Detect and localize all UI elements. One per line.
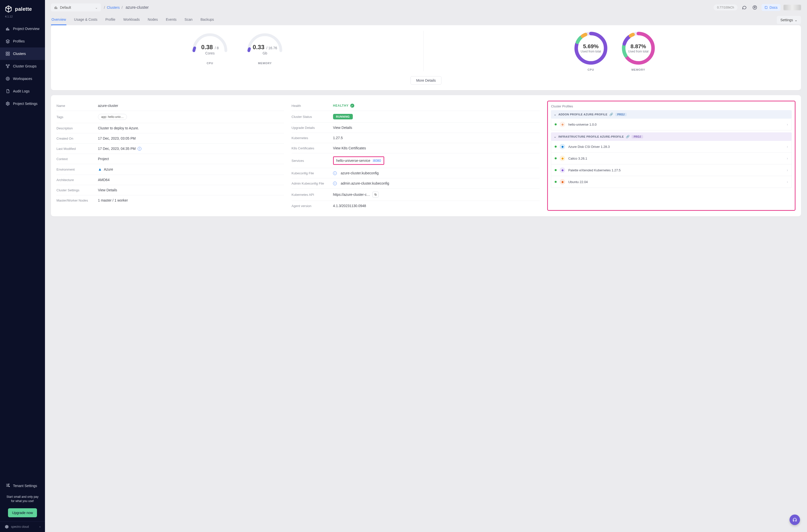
svg-rect-18 bbox=[57, 8, 57, 9]
svg-rect-1 bbox=[7, 28, 8, 30]
scope-selector[interactable]: Default ⌄ bbox=[51, 3, 101, 12]
docs-button[interactable]: Docs bbox=[762, 4, 781, 11]
sidebar-item-profiles[interactable]: Profiles bbox=[0, 35, 45, 48]
pack-icon: ◆ bbox=[560, 144, 565, 149]
sidebar-item-audit-logs[interactable]: Audit Logs bbox=[0, 85, 45, 97]
headset-icon bbox=[792, 517, 797, 522]
sidebar-item-label: Clusters bbox=[13, 52, 26, 56]
settings-label: Settings bbox=[780, 18, 793, 22]
agent-version-value: 4.1.3/20231130.0948 bbox=[333, 204, 540, 208]
sidebar-item-label: Project Settings bbox=[13, 102, 37, 106]
tag-chip[interactable]: app: hello-univ… bbox=[98, 114, 127, 120]
details-middle-column: HealthHEALTHY✓ Cluster StatusRUNNING Upg… bbox=[292, 101, 540, 211]
chevron-right-icon: › bbox=[787, 156, 788, 160]
sidebar-item-project-settings[interactable]: Project Settings bbox=[0, 97, 45, 110]
cluster-settings-link[interactable]: View Details bbox=[98, 188, 284, 192]
pack-item[interactable]: ◆Calico 3.26.1› bbox=[551, 152, 791, 164]
cpu-used-pct: 5.69% bbox=[583, 43, 599, 50]
pack-item[interactable]: ◆Palette eXtended Kubernetes 1.27.5› bbox=[551, 164, 791, 176]
tab-scan[interactable]: Scan bbox=[184, 15, 193, 25]
svg-rect-2 bbox=[8, 29, 9, 31]
tab-nodes[interactable]: Nodes bbox=[147, 15, 158, 25]
nodes-icon bbox=[5, 64, 10, 69]
memory-donut: 8.87% Used from total MEMORY bbox=[621, 31, 656, 71]
infra-profile-header[interactable]: ⌄ INFRASTRUCTURE PROFILE AZURE-PROFILE 🔗… bbox=[551, 132, 792, 141]
modified-value: 17 Dec, 2023, 04:35 PM bbox=[98, 147, 136, 151]
spectro-footer[interactable]: spectro cloud ‹ bbox=[0, 521, 45, 532]
chevron-down-icon: ⌄ bbox=[794, 18, 797, 22]
chat-icon[interactable] bbox=[740, 4, 748, 11]
metrics-card: 0.38 / 8 Cores CPU bbox=[51, 25, 801, 90]
tab-overview[interactable]: Overview bbox=[51, 15, 67, 25]
tenant-settings[interactable]: Tenant Settings bbox=[0, 479, 45, 492]
compass-icon[interactable] bbox=[751, 4, 758, 11]
breadcrumb-clusters[interactable]: Clusters bbox=[107, 5, 120, 10]
admin-kubeconfig-link[interactable]: admin.azure-cluster.kubeconfig bbox=[341, 181, 540, 185]
tab-profile[interactable]: Profile bbox=[105, 15, 116, 25]
info-icon[interactable]: i bbox=[138, 147, 142, 151]
brand-logo[interactable]: palette bbox=[0, 4, 45, 14]
infra-header-label: INFRASTRUCTURE PROFILE AZURE-PROFILE bbox=[558, 135, 624, 138]
sidebar-item-label: Workspaces bbox=[13, 77, 32, 81]
info-icon[interactable]: i bbox=[333, 171, 337, 175]
svg-rect-3 bbox=[6, 52, 7, 53]
tab-usage-costs[interactable]: Usage & Costs bbox=[73, 15, 98, 25]
pack-item[interactable]: ◆Azure Disk CSI Driver 1.28.3› bbox=[551, 141, 791, 152]
pack-item[interactable]: ◆hello-universe 1.0.0› bbox=[551, 119, 791, 130]
mem-used-caption: MEMORY bbox=[621, 68, 656, 71]
kubeconfig-link[interactable]: azure-cluster.kubeconfig bbox=[341, 171, 540, 175]
more-details-button[interactable]: More Details bbox=[411, 76, 442, 85]
sidebar-item-cluster-groups[interactable]: Cluster Groups bbox=[0, 60, 45, 72]
addon-pack-list: ◆hello-universe 1.0.0› bbox=[551, 119, 792, 130]
tenant-settings-label: Tenant Settings bbox=[13, 484, 37, 488]
pack-icon: ◆ bbox=[560, 167, 565, 173]
svg-point-10 bbox=[6, 77, 10, 80]
layers-icon bbox=[5, 39, 10, 43]
upgrade-button[interactable]: Upgrade now bbox=[8, 508, 37, 517]
grid-icon bbox=[5, 52, 10, 56]
pack-icon: ◆ bbox=[560, 156, 565, 161]
sidebar-item-workspaces[interactable]: Workspaces bbox=[0, 72, 45, 85]
api-value: https://azure-cluster-cf42… bbox=[333, 193, 371, 196]
details-left-column: Nameazure-cluster Tagsapp: hello-univ… D… bbox=[56, 101, 284, 211]
sidebar-item-label: Project Overview bbox=[13, 27, 39, 31]
bars-icon bbox=[54, 5, 58, 10]
cluster-name-value: azure-cluster bbox=[98, 104, 284, 108]
sidebar-item-label: Profiles bbox=[13, 39, 25, 43]
svg-point-11 bbox=[7, 78, 8, 79]
service-port-link[interactable]: :8080 bbox=[372, 158, 381, 163]
sidebar-item-project-overview[interactable]: Project Overview bbox=[0, 22, 45, 35]
health-badge: HEALTHY✓ bbox=[333, 104, 354, 108]
svg-rect-5 bbox=[6, 54, 7, 55]
spectro-label: spectro cloud bbox=[11, 525, 29, 529]
profiles-title: Cluster Profiles bbox=[551, 104, 792, 108]
svg-point-9 bbox=[7, 67, 8, 68]
info-icon[interactable]: i bbox=[333, 182, 337, 185]
upgrade-details-link[interactable]: View Details bbox=[333, 126, 540, 130]
palette-logo-icon bbox=[4, 5, 13, 13]
book-icon bbox=[765, 6, 768, 9]
sidebar-item-clusters[interactable]: Clusters bbox=[0, 48, 45, 60]
svg-rect-17 bbox=[56, 6, 56, 9]
svg-rect-0 bbox=[6, 28, 7, 30]
settings-dropdown[interactable]: Settings ⌄ bbox=[777, 16, 801, 24]
tab-workloads[interactable]: Workloads bbox=[123, 15, 140, 25]
pack-name: Ubuntu 22.04 bbox=[568, 180, 588, 184]
addon-profile-header[interactable]: ⌄ ADDON PROFILE AZURE-PROFILE 🔗 PROJ bbox=[551, 110, 792, 119]
help-fab[interactable] bbox=[789, 514, 800, 525]
user-menu[interactable] bbox=[784, 5, 801, 10]
architecture-value: AMD64 bbox=[98, 178, 284, 182]
pack-item[interactable]: ◆Ubuntu 22.04› bbox=[551, 176, 791, 188]
tab-events[interactable]: Events bbox=[165, 15, 177, 25]
workspace-icon bbox=[5, 76, 10, 81]
bars-icon bbox=[5, 26, 10, 31]
main: Default ⌄ / Clusters / azure-cluster 0.7… bbox=[45, 0, 807, 532]
status-dot-icon bbox=[555, 146, 557, 148]
svg-rect-6 bbox=[8, 54, 10, 55]
link-icon: 🔗 bbox=[626, 135, 630, 138]
cluster-name: azure-cluster bbox=[126, 5, 149, 10]
certs-link[interactable]: View K8s Certificates bbox=[333, 146, 540, 150]
copy-button[interactable] bbox=[373, 192, 378, 197]
tab-backups[interactable]: Backups bbox=[200, 15, 214, 25]
sidebar-item-label: Audit Logs bbox=[13, 89, 30, 93]
